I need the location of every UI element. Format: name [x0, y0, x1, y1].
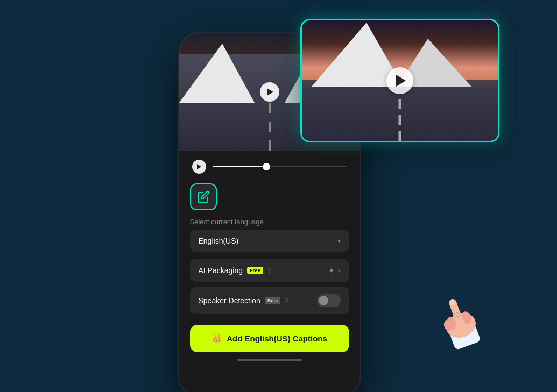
chevron-right-icon: ›	[338, 266, 341, 275]
scrubber-progress	[213, 166, 266, 167]
cta-label: Add English(US) Captions	[227, 334, 327, 343]
crown-icon: 👑	[211, 333, 222, 344]
phone-panel: Select current language English(US) ▾ AI…	[179, 151, 360, 369]
help-icon[interactable]: ?	[267, 266, 271, 274]
edit-icon	[197, 190, 210, 203]
language-label: Select current language	[190, 218, 349, 226]
speaker-help-icon[interactable]: ?	[285, 296, 288, 304]
floating-video-card[interactable]	[300, 19, 499, 142]
ai-packaging-label: AI Packaging	[199, 266, 243, 275]
speaker-detection-label: Speaker Detection	[199, 296, 260, 305]
ai-packaging-right: ✦ ›	[328, 266, 341, 275]
scrubber-thumb[interactable]	[263, 163, 270, 170]
language-dropdown[interactable]: English(US) ▾	[190, 230, 349, 252]
edit-icon-button[interactable]	[190, 183, 217, 210]
chevron-down-icon: ▾	[337, 237, 341, 245]
free-badge: Free	[247, 267, 263, 274]
floating-video-play-button[interactable]	[386, 67, 413, 94]
video-play-button[interactable]	[260, 82, 279, 102]
scene: Select current language English(US) ▾ AI…	[90, 8, 467, 384]
scrubber-track[interactable]	[213, 166, 347, 167]
speaker-detection-toggle[interactable]	[317, 294, 341, 307]
add-captions-button[interactable]: 👑 Add English(US) Captions	[190, 325, 349, 352]
speaker-detection-row: Speaker Detection Beta ?	[190, 287, 349, 314]
video-scrubber	[190, 160, 349, 174]
speaker-detection-left: Speaker Detection Beta ?	[199, 296, 289, 305]
scrubber-play-button[interactable]	[192, 160, 206, 174]
hand-svg	[423, 276, 491, 354]
toggle-knob	[319, 296, 328, 305]
ai-packaging-left: AI Packaging Free ?	[199, 266, 272, 275]
phone-home-indicator	[237, 359, 302, 361]
floating-video-inner	[302, 20, 498, 141]
hand-cursor	[423, 276, 494, 363]
fv-road	[302, 87, 498, 141]
mountain-left	[179, 44, 255, 103]
sparkle-icon: ✦	[328, 266, 335, 275]
ai-packaging-row[interactable]: AI Packaging Free ? ✦ ›	[190, 259, 349, 282]
beta-badge: Beta	[265, 297, 281, 304]
fv-road-line	[398, 98, 401, 141]
language-dropdown-value: English(US)	[199, 237, 239, 245]
